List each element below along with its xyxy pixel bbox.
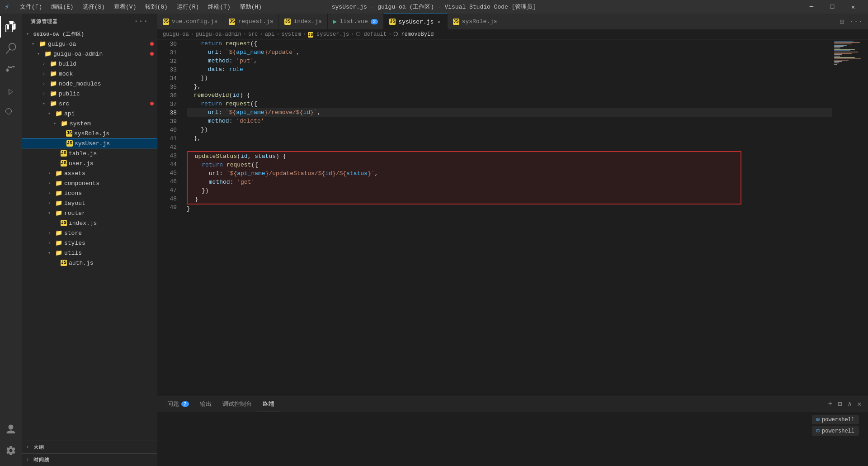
tree-sysrole[interactable]: › JS sysRole.js: [22, 128, 157, 138]
tree-utils[interactable]: ▾ 📁 utils: [22, 248, 157, 258]
breadcrumb-default[interactable]: ⬡ default: [356, 31, 387, 38]
tab-close-button[interactable]: ✕: [436, 18, 441, 26]
menu-file[interactable]: 文件(F): [16, 2, 46, 12]
tree-mock[interactable]: › 📁 mock: [22, 69, 157, 79]
tree-guigu-oa[interactable]: ▾ 📁 guigu-oa: [22, 39, 157, 49]
panel-tab-output[interactable]: 输出: [194, 396, 217, 412]
activity-extensions[interactable]: [0, 103, 22, 124]
tree-icons[interactable]: › 📁 icons: [22, 188, 157, 198]
tree-layout[interactable]: › 📁 layout: [22, 198, 157, 208]
tree-styles[interactable]: › 📁 styles: [22, 238, 157, 248]
tab-badge: 2: [371, 19, 378, 24]
tree-sysuser[interactable]: › JS sysUser.js: [22, 138, 157, 148]
breadcrumb-sep: ›: [388, 31, 392, 38]
js-icon: JS: [163, 19, 169, 25]
breadcrumb-system[interactable]: system: [281, 31, 301, 38]
line-num-35: 35: [157, 83, 177, 91]
tab-vue-config[interactable]: JS vue.config.js: [157, 14, 223, 29]
breadcrumb-guigu-oa[interactable]: guigu-oa: [163, 31, 189, 38]
tree-auth[interactable]: › JS auth.js: [22, 258, 157, 268]
close-button[interactable]: ✕: [843, 0, 863, 14]
code-line-45: url: `${api_name}/updateStatus/${id}/${s…: [188, 169, 741, 178]
tree-components[interactable]: › 📁 components: [22, 178, 157, 188]
close-panel-button[interactable]: ✕: [855, 399, 863, 409]
tree-index-router[interactable]: › JS index.js: [22, 218, 157, 228]
tree-guigu-oa-admin[interactable]: ▾ 📁 guigu-oa-admin: [22, 49, 157, 59]
line-num-44: 44: [157, 160, 177, 169]
folder-label: api: [64, 110, 75, 117]
tab-label: index.js: [293, 18, 321, 25]
sidebar-title: 资源管理器: [31, 18, 58, 25]
tree-workspace[interactable]: ▾ GUIGU-OA (工作区): [22, 29, 157, 39]
split-editor-button[interactable]: ⊡: [838, 16, 846, 27]
sidebar-content[interactable]: ▾ GUIGU-OA (工作区) ▾ 📁 guigu-oa ▾ 📁 guigu-…: [22, 29, 157, 441]
menu-help[interactable]: 帮助(H): [236, 2, 265, 12]
code-editor[interactable]: 30 31 32 33 34 35 36 37 38 39 40 41 42 4…: [157, 39, 868, 396]
breadcrumb-sysuser-file[interactable]: JS sysUser.js: [308, 31, 349, 38]
tree-node-modules[interactable]: › 📁 node_modules: [22, 79, 157, 89]
activity-account[interactable]: [0, 418, 22, 440]
code-content[interactable]: return request({ url: `${api_name}/updat…: [182, 39, 832, 396]
split-terminal-button[interactable]: ⊡: [836, 399, 844, 409]
tree-assets[interactable]: › 📁 assets: [22, 168, 157, 178]
folder-label: assets: [64, 170, 85, 177]
tab-sysuser[interactable]: JS sysUser.js ✕: [384, 14, 447, 29]
chevron-right-icon: ›: [48, 181, 55, 186]
tree-store[interactable]: › 📁 store: [22, 228, 157, 238]
tree-src[interactable]: ▾ 📁 src: [22, 99, 157, 109]
minimap-line: [834, 60, 849, 61]
activity-bar: [0, 14, 22, 466]
line-num-30: 30: [157, 40, 177, 48]
modified-dot: [150, 52, 154, 56]
activity-settings[interactable]: [0, 440, 22, 461]
menu-terminal[interactable]: 终端(T): [204, 2, 234, 12]
panel-tab-terminal[interactable]: 终端: [257, 396, 280, 412]
tree-api[interactable]: ▾ 📁 api: [22, 109, 157, 119]
menu-run[interactable]: 运行(R): [173, 2, 203, 12]
breadcrumb-admin[interactable]: guigu-oa-admin: [196, 31, 241, 38]
panel-tab-problems[interactable]: 问题 2: [162, 396, 194, 412]
breadcrumb-sep: ›: [351, 31, 354, 38]
tree-system[interactable]: ▾ 📁 system: [22, 119, 157, 128]
breadcrumb-sep: ›: [276, 31, 279, 38]
tree-build[interactable]: › 📁 build: [22, 59, 157, 69]
menu-view[interactable]: 查看(V): [110, 2, 140, 12]
tab-sysrole[interactable]: JS sysRole.js: [448, 14, 503, 29]
maximize-panel-button[interactable]: ∧: [846, 399, 854, 409]
timeline-section[interactable]: › 时间线: [22, 453, 157, 466]
activity-source-control[interactable]: [0, 59, 22, 81]
maximize-button[interactable]: □: [822, 0, 843, 14]
breadcrumb-removebyid[interactable]: ⬡ removeById: [393, 31, 434, 38]
terminal-powershell-1[interactable]: ⊞ powershell: [812, 415, 859, 424]
menu-edit[interactable]: 编辑(E): [47, 2, 77, 12]
app-container: 资源管理器 ··· ▾ GUIGU-OA (工作区) ▾ 📁 guigu-oa …: [0, 14, 868, 466]
minimap-line: [834, 57, 855, 58]
tree-router[interactable]: ▾ 📁 router: [22, 208, 157, 218]
activity-run[interactable]: [0, 81, 22, 103]
chevron-down-icon: ▾: [37, 51, 44, 57]
folder-icon: 📁: [55, 110, 62, 117]
tree-public[interactable]: › 📁 public: [22, 89, 157, 99]
code-line-30: return request({: [187, 39, 832, 48]
tree-user[interactable]: › JS user.js: [22, 158, 157, 168]
panel-tab-debug[interactable]: 调试控制台: [217, 396, 257, 412]
activity-explorer[interactable]: [0, 16, 22, 38]
more-actions-button[interactable]: ···: [848, 17, 864, 27]
code-line-49: }: [187, 204, 832, 213]
breadcrumb-src[interactable]: src: [248, 31, 258, 38]
tab-request[interactable]: JS request.js: [223, 14, 279, 29]
breadcrumb-api[interactable]: api: [265, 31, 275, 38]
sidebar-header-dots[interactable]: ···: [134, 17, 148, 25]
outline-section[interactable]: › 大纲: [22, 441, 157, 453]
menu-select[interactable]: 选择(S): [79, 2, 108, 12]
line-num-39: 39: [157, 117, 177, 126]
tab-list-vue[interactable]: ▶ list.vue 2: [328, 14, 384, 29]
terminal-powershell-2[interactable]: ⊞ powershell: [812, 426, 859, 436]
tab-index[interactable]: JS index.js: [279, 14, 327, 29]
minimize-button[interactable]: ─: [801, 0, 822, 14]
panel-tab-label: 终端: [263, 400, 274, 408]
activity-search[interactable]: [0, 38, 22, 59]
menu-goto[interactable]: 转到(G): [142, 2, 171, 12]
new-terminal-button[interactable]: +: [826, 399, 834, 409]
tree-table[interactable]: › JS table.js: [22, 148, 157, 158]
